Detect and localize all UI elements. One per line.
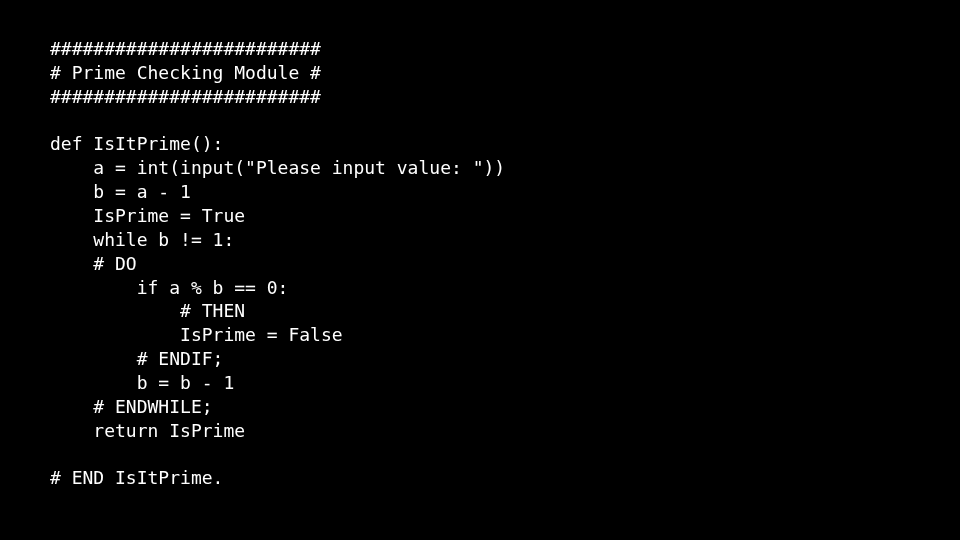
code-content: ######################### # Prime Checki… <box>50 38 505 488</box>
code-block: ######################### # Prime Checki… <box>50 38 960 491</box>
